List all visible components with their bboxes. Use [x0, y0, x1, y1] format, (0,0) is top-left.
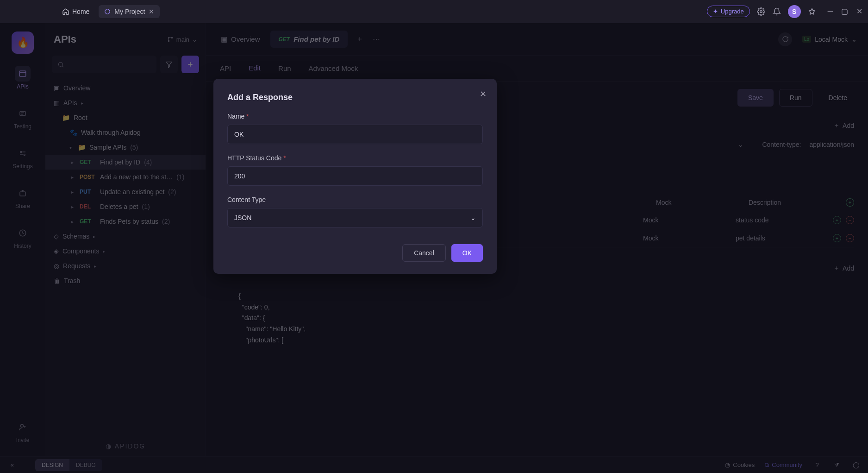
rail-testing-label: Testing — [14, 123, 31, 130]
rail-testing[interactable]: Testing — [6, 102, 39, 133]
tree-components-label: Components — [62, 247, 99, 255]
col-mock-header: Mock — [656, 199, 735, 206]
community-button[interactable]: ⧉ Community — [765, 461, 802, 469]
share-icon — [19, 189, 27, 197]
subtab-api[interactable]: API — [220, 57, 231, 80]
tree-sample-count: (5) — [130, 144, 138, 151]
cancel-button[interactable]: Cancel — [402, 244, 446, 262]
tree-endpoint[interactable]: ▸ PUT Update an existing pet (2) — [45, 184, 206, 199]
new-button[interactable] — [181, 56, 199, 73]
cell-desc[interactable]: status code — [736, 216, 819, 224]
pin-icon[interactable] — [807, 7, 817, 16]
chevron-down-icon: ⌄ — [851, 36, 857, 43]
tab-endpoint[interactable]: GET Find pet by ID — [270, 31, 348, 48]
sidebar-title: APIs — [54, 33, 76, 45]
name-field[interactable] — [227, 125, 483, 144]
upgrade-icon: ✦ — [713, 8, 718, 15]
tree-endpoint[interactable]: ▸ GET Find pet by ID (4) — [45, 155, 206, 170]
svg-point-16 — [168, 37, 169, 38]
tree-root-folder[interactable]: 📁 Root — [45, 110, 206, 125]
cell-mock[interactable]: Mock — [643, 234, 722, 242]
help-icon[interactable]: ? — [812, 460, 822, 470]
tree-apis[interactable]: ▦ APIs ▸ — [45, 95, 206, 110]
cookies-button[interactable]: ◔ Cookies — [725, 461, 755, 468]
filter-button[interactable] — [160, 56, 178, 73]
remove-circle-icon[interactable]: − — [846, 234, 854, 242]
tree-components[interactable]: ◈ Components ▸ — [45, 244, 206, 259]
collapse-icon[interactable]: « — [7, 460, 17, 470]
chevron-down-icon[interactable]: ⌄ — [738, 141, 743, 148]
filter-icon — [165, 61, 173, 68]
activity-icon[interactable]: ◯ — [851, 460, 861, 470]
branch-icon — [167, 36, 174, 43]
endpoint-name: Update an existing pet — [100, 188, 164, 196]
subtab-edit[interactable]: Edit — [249, 57, 261, 80]
run-button[interactable]: Run — [779, 89, 812, 107]
app-logo[interactable]: 🔥 — [12, 32, 34, 54]
add-circle-icon[interactable]: + — [846, 198, 854, 207]
upgrade-button[interactable]: ✦ Upgrade — [707, 6, 750, 17]
modal-close-button[interactable]: ✕ — [480, 89, 487, 99]
tab-endpoint-label: Find pet by ID — [293, 35, 339, 43]
new-tab-button[interactable]: ＋ — [352, 32, 367, 47]
status-code-field[interactable] — [227, 166, 483, 186]
tree-overview[interactable]: ▣ Overview — [45, 81, 206, 95]
add-circle-icon[interactable]: + — [833, 234, 841, 242]
tree-endpoint[interactable]: ▸ DEL Deletes a pet (1) — [45, 199, 206, 214]
environment-selector[interactable]: Lo Local Mock ⌄ — [798, 33, 862, 46]
bell-icon[interactable] — [772, 7, 781, 16]
chevron-down-icon: ⌄ — [192, 36, 197, 43]
tab-overview[interactable]: ▣ Overview — [212, 31, 269, 48]
rail-invite[interactable]: Invite — [6, 416, 39, 447]
svg-point-13 — [21, 424, 24, 427]
save-button[interactable]: Save — [737, 89, 774, 107]
home-button[interactable]: Home — [56, 5, 95, 18]
mode-toggle[interactable]: DESIGN DEBUG — [35, 459, 102, 471]
avatar[interactable]: S — [788, 5, 801, 18]
chevron-down-icon: ▾ — [69, 145, 74, 150]
rail-settings[interactable]: Settings — [6, 142, 39, 173]
ok-button[interactable]: OK — [451, 244, 483, 262]
branch-selector[interactable]: main ⌄ — [167, 36, 197, 43]
tree-schemas[interactable]: ◇ Schemas ▸ — [45, 229, 206, 244]
maximize-icon[interactable]: ▢ — [841, 7, 848, 16]
minimize-icon[interactable]: ─ — [828, 7, 833, 16]
cell-desc[interactable]: pet details — [736, 234, 819, 242]
rail-share[interactable]: Share — [6, 182, 39, 213]
subtab-run[interactable]: Run — [278, 57, 291, 80]
add-circle-icon[interactable]: + — [833, 216, 841, 224]
tree-endpoint[interactable]: ▸ GET Finds Pets by status (2) — [45, 214, 206, 229]
tree-walk[interactable]: 🐾 Walk through Apidog — [45, 125, 206, 140]
rail-history[interactable]: History — [6, 221, 39, 253]
project-tab[interactable]: My Project ✕ — [99, 5, 160, 18]
mode-design[interactable]: DESIGN — [35, 459, 69, 471]
content-type-select[interactable]: JSON ⌄ — [227, 208, 483, 227]
endpoint-count: (1) — [142, 203, 150, 210]
tree-sample-folder[interactable]: ▾ 📁 Sample APIs (5) — [45, 140, 206, 155]
gear-icon[interactable] — [756, 7, 766, 16]
svg-rect-2 — [19, 71, 26, 76]
subtab-advanced-mock[interactable]: Advanced Mock — [309, 57, 358, 80]
close-window-icon[interactable]: ✕ — [856, 7, 862, 16]
remove-circle-icon[interactable]: − — [846, 216, 854, 224]
chevron-right-icon: ▸ — [71, 219, 76, 224]
close-icon[interactable]: ✕ — [149, 8, 154, 15]
mode-debug[interactable]: DEBUG — [69, 459, 102, 471]
search-input[interactable] — [52, 56, 156, 73]
content-type-label: Content Type — [227, 196, 483, 203]
cell-mock[interactable]: Mock — [643, 216, 722, 224]
tab-overflow-button[interactable]: ⋯ — [369, 32, 384, 47]
delete-button[interactable]: Delete — [818, 89, 858, 107]
name-label: Name* — [227, 113, 483, 120]
filter-status-icon[interactable]: ⧩ — [832, 460, 841, 470]
apis-root-icon: ▦ — [54, 99, 60, 107]
refresh-button[interactable] — [778, 32, 792, 46]
tree-trash[interactable]: 🗑 Trash — [45, 273, 206, 288]
home-icon — [62, 8, 69, 15]
rail-apis[interactable]: APIs — [6, 62, 39, 94]
refresh-icon — [782, 36, 789, 43]
tree-endpoint[interactable]: ▸ POST Add a new pet to the st… (1) — [45, 170, 206, 184]
tree-requests[interactable]: ◎ Requests ▸ — [45, 259, 206, 273]
endpoint-name: Deletes a pet — [100, 203, 138, 210]
api-tree: ▣ Overview ▦ APIs ▸ 📁 Root 🐾 Walk throug… — [45, 79, 206, 436]
